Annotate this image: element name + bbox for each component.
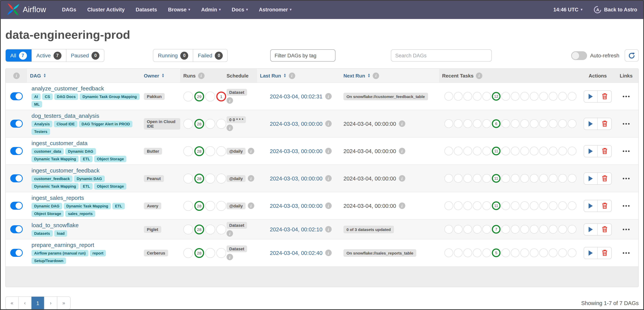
pagination-prev[interactable]: ‹: [18, 297, 32, 309]
run-status-circle[interactable]: [205, 119, 215, 129]
task-status-circle[interactable]: [501, 174, 510, 183]
run-status-circle[interactable]: 29: [194, 91, 204, 101]
task-status-circle[interactable]: [482, 147, 491, 155]
nav-item-dags[interactable]: DAGs: [62, 7, 76, 12]
dag-links-menu[interactable]: [622, 250, 630, 256]
dag-pause-toggle[interactable]: [10, 120, 22, 128]
task-status-circle[interactable]: 5: [492, 248, 500, 257]
dag-tag[interactable]: report: [90, 250, 106, 256]
dag-pause-toggle[interactable]: [10, 225, 22, 233]
task-status-circle[interactable]: 11: [492, 147, 500, 155]
task-status-circle[interactable]: [473, 92, 482, 101]
dag-links-menu[interactable]: [622, 121, 630, 127]
search-dags-input[interactable]: [391, 49, 492, 62]
back-to-astro-link[interactable]: A Back to Astro: [594, 6, 637, 13]
task-status-circle[interactable]: 11: [492, 201, 500, 210]
dag-links-menu[interactable]: [622, 148, 630, 154]
run-status-circle[interactable]: 28: [194, 248, 204, 258]
task-status-circle[interactable]: [511, 225, 520, 234]
task-status-circle[interactable]: [454, 201, 462, 210]
task-status-circle[interactable]: [463, 174, 472, 183]
delete-dag-button[interactable]: [598, 247, 611, 258]
task-status-circle[interactable]: [454, 225, 462, 234]
schedule-badge[interactable]: Dataset: [226, 89, 247, 96]
dag-tag[interactable]: DAG Docs: [54, 94, 78, 100]
task-status-circle[interactable]: 12: [492, 92, 500, 101]
dag-pause-toggle[interactable]: [10, 249, 22, 257]
dag-name-link[interactable]: load_to_snowflake: [32, 222, 79, 228]
pagination-page-1[interactable]: 1: [32, 297, 44, 309]
task-status-circle[interactable]: [454, 248, 462, 257]
dag-name-link[interactable]: ingest_customer_data: [32, 140, 88, 146]
task-status-circle[interactable]: [463, 201, 472, 210]
run-status-circle[interactable]: [205, 201, 215, 211]
task-status-circle[interactable]: [482, 92, 491, 101]
dag-name-link[interactable]: analyze_customer_feedback: [32, 85, 104, 92]
col-header-last-run[interactable]: Last Run: [257, 69, 340, 82]
run-status-circle[interactable]: [205, 146, 215, 156]
dag-tag[interactable]: Dynamic Task Mapping: [32, 183, 79, 190]
run-status-circle[interactable]: 28: [194, 173, 204, 183]
filter-tab-active[interactable]: Active7: [32, 49, 66, 62]
task-status-circle[interactable]: [473, 119, 482, 128]
schedule-badge[interactable]: @daily: [226, 175, 246, 182]
task-status-circle[interactable]: [511, 201, 520, 210]
task-status-circle[interactable]: [473, 201, 482, 210]
task-status-circle[interactable]: [549, 225, 558, 234]
run-status-circle[interactable]: [183, 224, 193, 234]
dag-tag[interactable]: Object Storage: [94, 183, 126, 190]
dag-tag[interactable]: Datasets: [32, 230, 52, 237]
delete-dag-button[interactable]: [598, 200, 611, 211]
task-status-circle[interactable]: [539, 248, 548, 257]
run-status-circle[interactable]: [205, 173, 215, 183]
dag-name-link[interactable]: ingest_customer_feedback: [32, 167, 100, 174]
dag-tag[interactable]: Dynamic Task Mapping: [64, 203, 111, 209]
trigger-dag-button[interactable]: [584, 247, 598, 258]
task-status-circle[interactable]: [482, 174, 491, 183]
nav-item-cluster-activity[interactable]: Cluster Activity: [87, 7, 125, 12]
dag-tag[interactable]: ETL: [80, 183, 93, 190]
schedule-badge[interactable]: 0 0 * * *: [226, 116, 246, 123]
filter-tab-running[interactable]: Running0: [153, 49, 193, 62]
pagination-first[interactable]: «: [6, 297, 18, 309]
task-status-circle[interactable]: [501, 92, 510, 101]
trigger-dag-button[interactable]: [584, 91, 598, 102]
task-status-circle[interactable]: [473, 174, 482, 183]
last-run-link[interactable]: 2024-03-03, 00:00:00: [270, 175, 322, 181]
col-header-dag[interactable]: DAG: [27, 69, 141, 82]
task-status-circle[interactable]: [463, 225, 472, 234]
task-status-circle[interactable]: [520, 248, 529, 257]
col-header-owner[interactable]: Owner: [141, 69, 180, 82]
task-status-circle[interactable]: [568, 147, 576, 155]
task-status-circle[interactable]: [558, 119, 567, 128]
trigger-dag-button[interactable]: [584, 224, 598, 235]
pagination-next[interactable]: ›: [44, 297, 57, 309]
task-status-circle[interactable]: [530, 225, 538, 234]
task-status-circle[interactable]: [568, 248, 576, 257]
task-status-circle[interactable]: [463, 119, 472, 128]
dag-tag[interactable]: Dynamic DAG: [65, 148, 96, 155]
run-status-circle[interactable]: [183, 173, 193, 183]
delete-dag-button[interactable]: [598, 91, 611, 102]
dag-tag[interactable]: CS: [42, 94, 53, 100]
task-status-circle[interactable]: [520, 201, 529, 210]
dag-name-link[interactable]: prepare_earnings_report: [32, 242, 94, 248]
filter-tab-failed[interactable]: Failed0: [193, 49, 228, 62]
run-status-circle[interactable]: [205, 224, 215, 234]
airflow-home-link[interactable]: Airflow: [7, 3, 46, 16]
task-status-circle[interactable]: [454, 119, 462, 128]
task-status-circle[interactable]: [463, 147, 472, 155]
task-status-circle[interactable]: [558, 92, 567, 101]
dag-tag[interactable]: AI: [32, 94, 40, 100]
dag-links-menu[interactable]: [622, 93, 630, 99]
task-status-circle[interactable]: [520, 119, 529, 128]
task-status-circle[interactable]: [463, 248, 472, 257]
task-status-circle[interactable]: [444, 225, 453, 234]
tag-filter-input[interactable]: [270, 49, 336, 62]
col-header-next-run[interactable]: Next Run: [340, 69, 439, 82]
dag-tag[interactable]: Airflow params (manual run): [32, 250, 88, 256]
task-status-circle[interactable]: 6: [492, 119, 500, 128]
task-status-circle[interactable]: [520, 92, 529, 101]
run-status-circle[interactable]: 28: [194, 146, 204, 156]
trigger-dag-button[interactable]: [584, 200, 598, 211]
